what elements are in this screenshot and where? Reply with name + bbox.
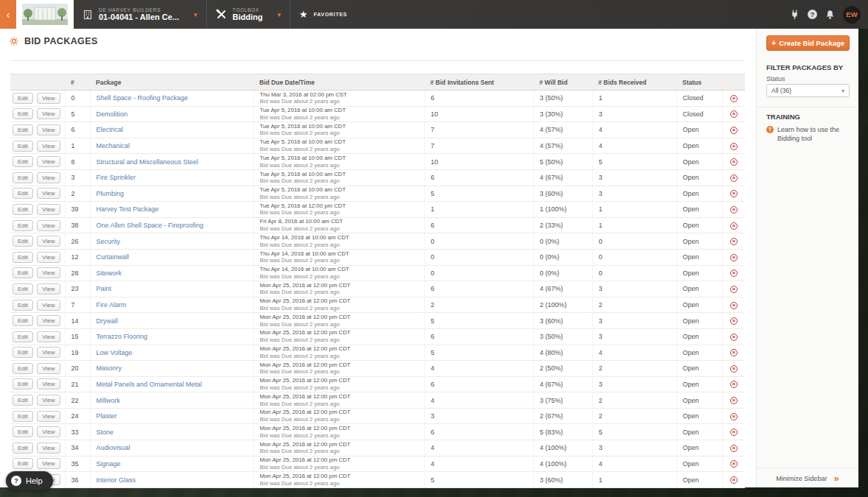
delete-icon[interactable]: × [730, 175, 738, 182]
delete-icon[interactable]: × [730, 365, 738, 373]
package-link[interactable]: Metal Panels and Ornamental Metal [97, 381, 203, 388]
edit-button[interactable]: Edit [13, 124, 33, 135]
delete-icon[interactable]: × [730, 413, 738, 420]
view-button[interactable]: View [37, 124, 60, 135]
view-button[interactable]: View [37, 93, 60, 104]
edit-button[interactable]: Edit [13, 443, 33, 454]
view-button[interactable]: View [37, 156, 60, 167]
view-button[interactable]: View [37, 300, 60, 311]
view-button[interactable]: View [37, 458, 60, 469]
view-button[interactable]: View [37, 426, 60, 437]
package-link[interactable]: One Allen Shell Space - Fireproofing [97, 222, 204, 229]
package-link[interactable]: Audiovisual [97, 444, 130, 451]
avatar[interactable]: EW [843, 6, 861, 24]
edit-button[interactable]: Edit [13, 283, 33, 295]
edit-button[interactable]: Edit [13, 204, 33, 215]
delete-icon[interactable]: × [730, 95, 738, 102]
package-link[interactable]: Drywall [97, 317, 119, 325]
package-link[interactable]: Demolition [97, 110, 128, 118]
delete-icon[interactable]: × [730, 143, 738, 150]
edit-button[interactable]: Edit [13, 395, 33, 406]
edit-button[interactable]: Edit [13, 108, 33, 119]
package-link[interactable]: Shell Space - Roofing Package [97, 94, 189, 102]
view-button[interactable]: View [37, 443, 60, 454]
package-link[interactable]: Curtainwall [97, 253, 130, 261]
edit-button[interactable]: Edit [13, 426, 33, 437]
delete-icon[interactable]: × [730, 254, 738, 261]
delete-icon[interactable]: × [730, 476, 738, 484]
edit-button[interactable]: Edit [13, 315, 33, 326]
edit-button[interactable]: Edit [13, 267, 33, 278]
package-link[interactable]: Plumbing [97, 190, 125, 197]
package-link[interactable]: Millwork [97, 397, 121, 404]
edit-button[interactable]: Edit [13, 331, 33, 342]
view-button[interactable]: View [37, 378, 60, 390]
view-button[interactable]: View [37, 347, 60, 358]
delete-icon[interactable]: × [730, 222, 738, 230]
help-button[interactable]: ? Help [6, 471, 53, 490]
package-link[interactable]: Masonry [97, 364, 122, 372]
toolbox-selector[interactable]: TOOLBOX Bidding ▾ [207, 0, 290, 29]
view-button[interactable]: View [37, 363, 60, 374]
edit-button[interactable]: Edit [13, 378, 33, 390]
package-link[interactable]: Security [97, 238, 121, 245]
package-link[interactable]: Stone [97, 429, 114, 436]
package-link[interactable]: Low Voltage [97, 349, 133, 356]
delete-icon[interactable]: × [730, 397, 738, 404]
delete-icon[interactable]: × [730, 429, 738, 436]
delete-icon[interactable]: × [730, 317, 738, 325]
project-thumbnail[interactable] [16, 0, 74, 29]
package-link[interactable]: Interior Glass [97, 476, 136, 484]
package-link[interactable]: Structural and Miscellaneous Steel [97, 158, 199, 166]
view-button[interactable]: View [37, 267, 60, 278]
package-link[interactable]: Sitework [97, 269, 122, 277]
gear-icon[interactable] [10, 37, 18, 46]
edit-button[interactable]: Edit [13, 156, 33, 167]
package-link[interactable]: Terrazzo Flooring [97, 333, 148, 340]
delete-icon[interactable]: × [730, 158, 738, 166]
view-button[interactable]: View [37, 141, 60, 152]
package-link[interactable]: Fire Alarm [97, 301, 127, 309]
delete-icon[interactable]: × [730, 190, 738, 197]
delete-icon[interactable]: × [730, 381, 738, 388]
delete-icon[interactable]: × [730, 110, 738, 118]
delete-icon[interactable]: × [730, 238, 738, 245]
view-button[interactable]: View [37, 331, 60, 342]
edit-button[interactable]: Edit [13, 347, 33, 358]
delete-icon[interactable]: × [730, 445, 738, 452]
minimize-sidebar-button[interactable]: Minimize Sidebar » [757, 468, 858, 482]
help-icon[interactable]: ? [808, 10, 817, 19]
edit-button[interactable]: Edit [13, 363, 33, 374]
view-button[interactable]: View [37, 315, 60, 326]
delete-icon[interactable]: × [730, 286, 738, 293]
package-link[interactable]: Paint [97, 285, 112, 292]
favorites-button[interactable]: ★ FAVORITES [290, 0, 356, 29]
status-filter-select[interactable]: All (36) ▾ [766, 84, 850, 97]
view-button[interactable]: View [37, 283, 60, 295]
delete-icon[interactable]: × [730, 127, 738, 134]
view-button[interactable]: View [37, 411, 60, 422]
edit-button[interactable]: Edit [13, 411, 33, 422]
edit-button[interactable]: Edit [13, 236, 33, 247]
view-button[interactable]: View [37, 204, 60, 215]
edit-button[interactable]: Edit [13, 93, 33, 104]
view-button[interactable]: View [37, 188, 60, 199]
delete-icon[interactable]: × [730, 206, 738, 214]
delete-icon[interactable]: × [730, 269, 738, 277]
back-chevron-button[interactable]: ‹ [0, 0, 16, 29]
package-link[interactable]: Fire Sprinkler [97, 174, 136, 181]
project-selector[interactable]: DE HARVEY BUILDERS 01-04041 - Allen Ce..… [74, 0, 207, 29]
edit-button[interactable]: Edit [13, 172, 33, 183]
package-link[interactable]: Signage [97, 460, 121, 468]
edit-button[interactable]: Edit [13, 188, 33, 199]
create-bid-package-button[interactable]: + Create Bid Package [766, 35, 850, 51]
view-button[interactable]: View [37, 108, 60, 119]
delete-icon[interactable]: × [730, 349, 738, 356]
edit-button[interactable]: Edit [13, 252, 33, 263]
plug-icon[interactable] [790, 10, 799, 20]
view-button[interactable]: View [37, 236, 60, 247]
delete-icon[interactable]: × [730, 460, 738, 468]
package-link[interactable]: Mechanical [97, 142, 130, 149]
edit-button[interactable]: Edit [13, 141, 33, 152]
edit-button[interactable]: Edit [13, 300, 33, 311]
